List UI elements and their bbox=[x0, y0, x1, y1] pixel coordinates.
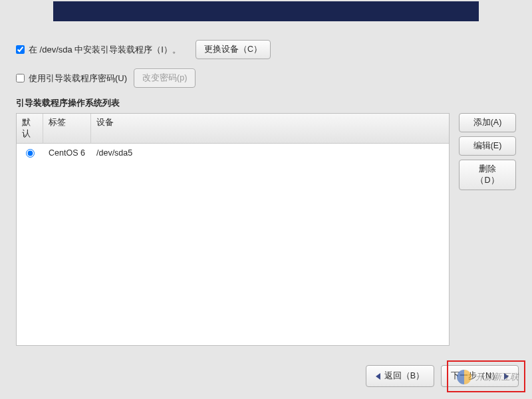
add-button[interactable]: 添加(A) bbox=[459, 113, 516, 132]
install-bootloader-label: 在 /dev/sda 中安装引导装载程序（I）。 bbox=[29, 44, 181, 56]
col-default-header[interactable]: 默认 bbox=[17, 114, 43, 143]
use-password-row: 使用引导装载程序密码(U) 改变密码(p) bbox=[16, 68, 516, 88]
row-device-cell: /dev/sda5 bbox=[91, 146, 449, 160]
header-banner bbox=[53, 1, 479, 21]
default-os-radio[interactable] bbox=[26, 149, 35, 158]
next-button[interactable]: 下一步（N） bbox=[441, 365, 519, 387]
next-button-label: 下一步（N） bbox=[451, 370, 500, 382]
delete-button[interactable]: 删除（D） bbox=[459, 160, 516, 190]
os-list-title: 引导装载程序操作系统列表 bbox=[16, 97, 516, 109]
use-password-checkbox[interactable] bbox=[16, 74, 25, 82]
row-default-cell[interactable] bbox=[17, 146, 43, 160]
install-bootloader-row: 在 /dev/sda 中安装引导装载程序（I）。 更换设备（C） bbox=[16, 40, 516, 59]
back-button-label: 返回（B） bbox=[384, 370, 424, 382]
os-list-table: 默认 标签 设备 CentOS 6 /dev/sda5 bbox=[16, 113, 450, 346]
table-header: 默认 标签 设备 bbox=[17, 114, 449, 144]
install-bootloader-checkbox[interactable] bbox=[16, 45, 25, 54]
arrow-right-icon bbox=[504, 373, 509, 380]
change-password-button: 改变密码(p) bbox=[134, 68, 196, 88]
edit-button[interactable]: 编辑(E) bbox=[459, 136, 516, 156]
arrow-left-icon bbox=[376, 373, 380, 380]
table-body: CentOS 6 /dev/sda5 bbox=[17, 144, 449, 162]
change-device-button[interactable]: 更换设备（C） bbox=[196, 40, 271, 59]
col-device-header[interactable]: 设备 bbox=[91, 114, 449, 143]
use-password-label: 使用引导装载程序密码(U) bbox=[29, 72, 127, 84]
table-row[interactable]: CentOS 6 /dev/sda5 bbox=[17, 144, 449, 162]
os-list-buttons: 添加(A) 编辑(E) 删除（D） bbox=[459, 113, 516, 346]
back-button[interactable]: 返回（B） bbox=[366, 365, 434, 387]
os-list-area: 默认 标签 设备 CentOS 6 /dev/sda5 添加(A) 编辑(E) … bbox=[16, 113, 516, 346]
row-label-cell: CentOS 6 bbox=[43, 146, 91, 160]
main-content: 在 /dev/sda 中安装引导装载程序（I）。 更换设备（C） 使用引导装载程… bbox=[16, 40, 516, 346]
footer-nav: 返回（B） 下一步（N） bbox=[0, 365, 532, 387]
col-label-header[interactable]: 标签 bbox=[43, 114, 91, 143]
